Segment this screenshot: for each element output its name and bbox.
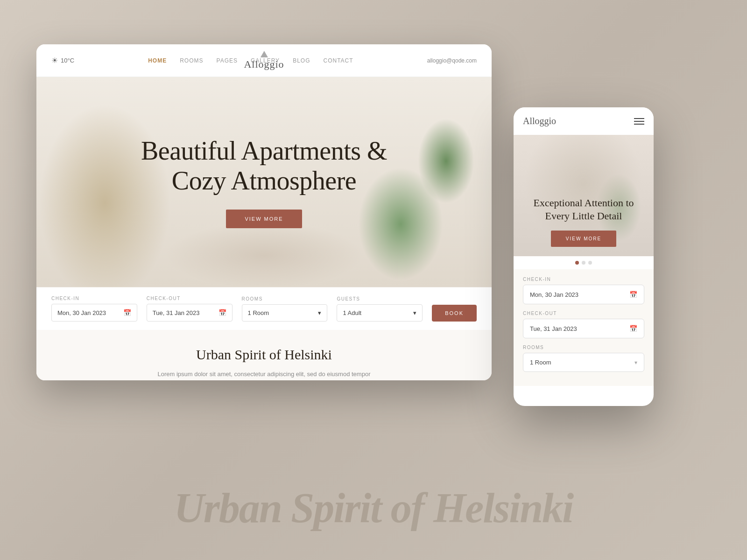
weather-widget: ☀ 10°C: [51, 56, 74, 65]
mobile-rooms-field: ROOMS 1 Room ▾: [523, 345, 644, 372]
checkin-input[interactable]: Mon, 30 Jan 2023 📅: [51, 304, 137, 322]
mobile-checkin-input[interactable]: Mon, 30 Jan 2023 📅: [523, 285, 644, 304]
rooms-select[interactable]: 1 Room ▾: [242, 304, 328, 322]
mobile-checkout-input[interactable]: Tue, 31 Jan 2023 📅: [523, 319, 644, 338]
mobile-hero-text: Exceptional Attention to Every Little De…: [533, 196, 634, 223]
nav-email: alloggio@qode.com: [427, 57, 477, 64]
desktop-navbar: ☀ 10°C HOME ROOMS PAGES Alloggio GALLERY…: [36, 44, 492, 77]
mobile-checkin-label: CHECK-IN: [523, 277, 644, 282]
hero-title: Beautiful Apartments & Cozy Atmosphere: [141, 136, 387, 196]
mobile-hero-title: Exceptional Attention to Every Little De…: [533, 196, 634, 223]
mobile-calendar-icon: 📅: [629, 291, 637, 298]
guests-select[interactable]: 1 Adult ▾: [337, 304, 423, 322]
section-title: Urban Spirit of Helsinki: [64, 347, 464, 363]
checkout-label: CHECK-OUT: [147, 296, 233, 301]
nav-blog[interactable]: BLOG: [293, 57, 310, 64]
mobile-navbar: Alloggio: [514, 107, 654, 135]
mobile-rooms-select[interactable]: 1 Room ▾: [523, 353, 644, 372]
mobile-rooms-label: ROOMS: [523, 345, 644, 350]
calendar-icon: 📅: [123, 309, 131, 316]
dot-2[interactable]: [582, 261, 585, 265]
hero-cta-button[interactable]: VIEW MORE: [226, 210, 302, 228]
chevron-down-icon-2: ▾: [413, 309, 416, 316]
sun-icon: ☀: [51, 56, 58, 65]
nav-pages[interactable]: PAGES: [217, 57, 238, 64]
desktop-logo[interactable]: Alloggio: [244, 51, 284, 70]
nav-contact[interactable]: CONTACT: [324, 57, 353, 64]
calendar-icon-2: 📅: [218, 309, 226, 316]
mobile-hero: Exceptional Attention to Every Little De…: [514, 135, 654, 256]
guests-label: GUESTS: [337, 296, 423, 301]
desktop-hero: Beautiful Apartments & Cozy Atmosphere V…: [36, 77, 492, 287]
rooms-field: ROOMS 1 Room ▾: [242, 296, 328, 322]
mobile-hero-cta-button[interactable]: VIEW MORE: [551, 231, 616, 247]
mobile-booking-form: CHECK-IN Mon, 30 Jan 2023 📅 CHECK-OUT Tu…: [514, 269, 654, 386]
carousel-dots: [514, 256, 654, 269]
checkout-field: CHECK-OUT Tue, 31 Jan 2023 📅: [147, 296, 233, 322]
nav-links: HOME ROOMS PAGES Alloggio GALLERY BLOG C…: [148, 57, 353, 64]
logo-triangle-icon: [260, 51, 268, 57]
mobile-checkout-field: CHECK-OUT Tue, 31 Jan 2023 📅: [523, 311, 644, 338]
rooms-label: ROOMS: [242, 296, 328, 301]
nav-rooms[interactable]: ROOMS: [180, 57, 203, 64]
menu-line-3: [634, 124, 644, 125]
guests-field: GUESTS 1 Adult ▾: [337, 296, 423, 322]
dot-3[interactable]: [588, 261, 592, 265]
book-now-button[interactable]: BOOK: [432, 305, 477, 322]
desktop-section: Urban Spirit of Helsinki Lorem ipsum dol…: [36, 330, 492, 380]
section-body: Lorem ipsum dolor sit amet, consectetur …: [148, 369, 381, 380]
hero-text-block: Beautiful Apartments & Cozy Atmosphere V…: [141, 136, 387, 229]
background-text: Urban Spirit of Helsinki: [0, 484, 747, 532]
mobile-calendar-icon-2: 📅: [629, 325, 637, 332]
temperature: 10°C: [61, 57, 74, 64]
menu-line-1: [634, 118, 644, 119]
chevron-down-icon: ▾: [318, 309, 321, 316]
mobile-checkin-field: CHECK-IN Mon, 30 Jan 2023 📅: [523, 277, 644, 304]
checkin-field: CHECK-IN Mon, 30 Jan 2023 📅: [51, 296, 137, 322]
checkin-label: CHECK-IN: [51, 296, 137, 301]
mobile-mockup: Alloggio Exceptional Attention to Every …: [514, 107, 654, 406]
desktop-mockup: ☀ 10°C HOME ROOMS PAGES Alloggio GALLERY…: [36, 44, 492, 380]
mobile-checkout-label: CHECK-OUT: [523, 311, 644, 316]
menu-line-2: [634, 121, 644, 122]
hamburger-menu-button[interactable]: [634, 118, 644, 125]
dot-1[interactable]: [575, 261, 579, 265]
checkout-input[interactable]: Tue, 31 Jan 2023 📅: [147, 304, 233, 322]
mobile-logo[interactable]: Alloggio: [523, 116, 556, 126]
mobile-chevron-down-icon: ▾: [634, 359, 637, 366]
booking-bar: CHECK-IN Mon, 30 Jan 2023 📅 CHECK-OUT Tu…: [36, 287, 492, 330]
nav-home[interactable]: HOME: [148, 57, 167, 64]
